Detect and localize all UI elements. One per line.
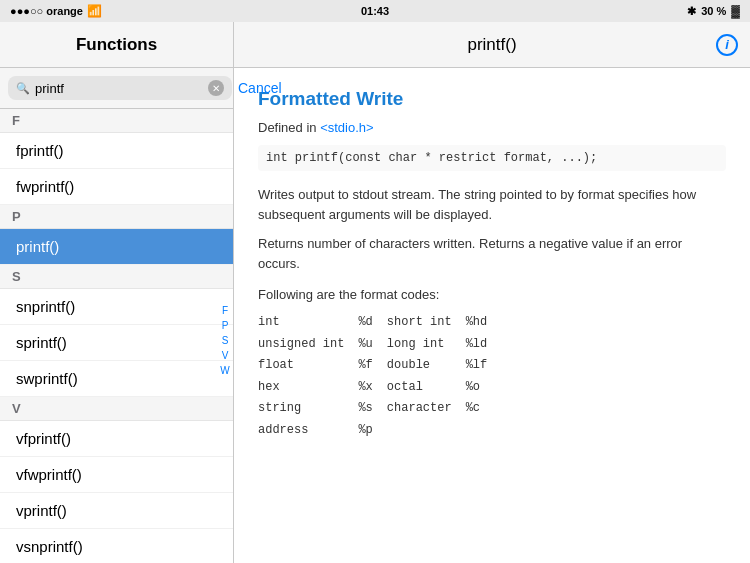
detail-returns: Returns number of characters written. Re… xyxy=(258,234,726,273)
nav-bar: Functions printf() i xyxy=(0,22,750,68)
list-item[interactable]: snprintf() xyxy=(0,289,233,325)
format-table-row: hex%xoctal%o xyxy=(258,377,501,399)
list-item[interactable]: vprintf() xyxy=(0,493,233,529)
detail-signature: int printf(const char * restrict format,… xyxy=(258,145,726,171)
wifi-icon: 📶 xyxy=(87,4,102,18)
list-item[interactable]: vfwprintf() xyxy=(0,457,233,493)
search-clear-button[interactable]: ✕ xyxy=(208,80,224,96)
search-input-wrap: 🔍 ✕ xyxy=(8,76,232,100)
section-header-p: P xyxy=(0,205,233,229)
function-list: F fprintf() fwprintf() P printf() S snpr… xyxy=(0,109,233,563)
search-icon: 🔍 xyxy=(16,82,30,95)
battery-pct: 30 % xyxy=(701,5,726,17)
format-table-row: int%dshort int%hd xyxy=(258,312,501,334)
main-content: 🔍 ✕ Cancel F fprintf() fwprintf() P prin… xyxy=(0,68,750,563)
index-item-s[interactable]: S xyxy=(222,335,229,347)
list-item[interactable]: vsnprintf() xyxy=(0,529,233,563)
detail-title: Formatted Write xyxy=(258,88,726,110)
carrier-label: ●●●○○ orange xyxy=(10,5,83,17)
index-item-f[interactable]: F xyxy=(222,305,228,317)
section-header-s: S xyxy=(0,265,233,289)
sidebar: 🔍 ✕ Cancel F fprintf() fwprintf() P prin… xyxy=(0,68,234,563)
index-bar: F P S V W xyxy=(217,118,233,563)
format-table-row: unsigned int%ulong int%ld xyxy=(258,334,501,356)
battery-icon: ▓ xyxy=(731,4,740,18)
detail-panel: Formatted Write Defined in <stdio.h> int… xyxy=(234,68,750,563)
index-item-p[interactable]: P xyxy=(222,320,229,332)
status-left: ●●●○○ orange 📶 xyxy=(10,4,102,18)
search-bar: 🔍 ✕ Cancel xyxy=(0,68,233,109)
index-item-w[interactable]: W xyxy=(220,365,229,377)
search-input[interactable] xyxy=(35,81,203,96)
list-item[interactable]: sprintf() xyxy=(0,325,233,361)
info-button[interactable]: i xyxy=(716,34,738,56)
section-header-f: F xyxy=(0,109,233,133)
section-header-v: V xyxy=(0,397,233,421)
detail-description: Writes output to stdout stream. The stri… xyxy=(258,185,726,224)
sidebar-nav-title: Functions xyxy=(0,22,234,67)
list-item-printf[interactable]: printf() xyxy=(0,229,233,265)
list-item[interactable]: fwprintf() xyxy=(0,169,233,205)
cancel-button[interactable]: Cancel xyxy=(238,80,282,96)
format-table-row: address%p xyxy=(258,420,501,442)
status-time: 01:43 xyxy=(361,5,389,17)
detail-nav-title: printf() xyxy=(234,35,750,55)
bluetooth-icon: ✱ xyxy=(687,5,696,18)
index-item-v[interactable]: V xyxy=(222,350,229,362)
status-right: ✱ 30 % ▓ xyxy=(687,4,740,18)
list-item[interactable]: vfprintf() xyxy=(0,421,233,457)
format-table-row: string%scharacter%c xyxy=(258,398,501,420)
format-table: int%dshort int%hdunsigned int%ulong int%… xyxy=(258,312,501,442)
list-item[interactable]: fprintf() xyxy=(0,133,233,169)
list-item[interactable]: swprintf() xyxy=(0,361,233,397)
format-table-row: float%fdouble%lf xyxy=(258,355,501,377)
status-bar: ●●●○○ orange 📶 01:43 ✱ 30 % ▓ xyxy=(0,0,750,22)
detail-format-header: Following are the format codes: xyxy=(258,287,726,302)
detail-defined: Defined in <stdio.h> xyxy=(258,120,726,135)
stdio-link[interactable]: <stdio.h> xyxy=(320,120,374,135)
